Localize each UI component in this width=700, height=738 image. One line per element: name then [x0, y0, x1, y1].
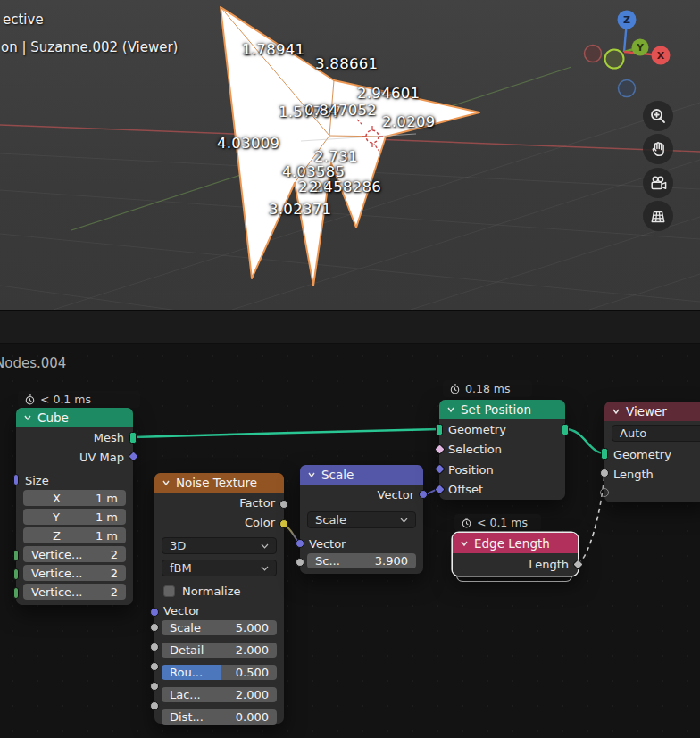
breadcrumb: Nodes.004 — [0, 355, 66, 371]
node-under-shadow — [456, 576, 572, 582]
socket-vertices-y-in[interactable] — [13, 568, 19, 580]
vector-math-operation-dropdown[interactable]: Scale — [307, 511, 416, 528]
node-setposition-header[interactable]: Set Position — [439, 400, 565, 419]
socket-roughness-in[interactable] — [150, 662, 159, 671]
zoom-button[interactable] — [643, 101, 673, 131]
dimensions-dropdown[interactable]: 3D — [162, 537, 277, 554]
normalize-checkbox[interactable] — [163, 585, 175, 597]
socket-distortion-in[interactable] — [150, 701, 159, 710]
socket-lacunarity-in[interactable] — [150, 682, 159, 691]
socket-factor-out[interactable] — [279, 500, 288, 509]
output-uvmap-label: UV Map — [79, 451, 124, 464]
noise-scale-field[interactable]: Scale5.000 — [162, 620, 277, 635]
cube-timer-badge: < 0.1 ms — [18, 391, 140, 408]
node-title: Noise Texture — [176, 476, 257, 490]
viewport-object-label: on | Suzanne.002 (Viewer) — [1, 39, 178, 55]
socket-scale-in[interactable] — [296, 558, 304, 567]
gizmo-neg-x[interactable] — [585, 46, 602, 62]
size-z-field[interactable]: Z1 m — [23, 527, 126, 543]
node-editor-header: Geometry Nodes.004 — [0, 310, 700, 344]
socket-vector-in[interactable] — [150, 608, 159, 617]
node-title: Cube — [38, 410, 69, 425]
socket-vertices-z-in[interactable] — [13, 587, 19, 599]
size-label: Size — [25, 474, 49, 487]
node-edge-length[interactable]: Edge Length Length — [453, 533, 578, 576]
vector-input-label: Vector — [309, 537, 346, 551]
node-scale-header[interactable]: Scale — [300, 465, 423, 485]
collapse-chevron-icon — [307, 470, 316, 479]
size-y-field[interactable]: Y1 m — [23, 509, 126, 525]
collapse-chevron-icon — [612, 407, 621, 416]
wire-edgelength-to-viewer — [578, 474, 604, 564]
node-vector-math-scale[interactable]: Scale Vector Scale Vector Sc...3.900 — [300, 465, 423, 574]
gizmo-neg-y[interactable] — [605, 50, 624, 69]
noise-type-dropdown[interactable]: fBM — [162, 560, 277, 576]
mesh-object[interactable] — [221, 7, 479, 286]
collapse-chevron-icon — [446, 405, 455, 414]
navigation-gizmo[interactable]: Z Y X — [580, 4, 673, 104]
node-viewer[interactable]: Viewer Auto Geometry Length — [604, 402, 700, 502]
gizmo-neg-z[interactable] — [619, 80, 636, 97]
wire-setposition-to-viewer — [565, 429, 604, 453]
pan-button[interactable] — [643, 134, 673, 164]
node-cube-header[interactable]: Cube — [16, 408, 133, 427]
node-set-position[interactable]: Set Position Geometry Selection Position… — [439, 400, 565, 500]
length-row-label: Length — [613, 468, 654, 481]
noise-distortion-field[interactable]: Dist...0.000 — [162, 709, 277, 725]
geometry-row-label: Geometry — [613, 448, 671, 461]
noise-roughness-field[interactable]: Rou...0.500 — [162, 665, 277, 680]
socket-vertices-x-in[interactable] — [13, 550, 19, 561]
node-cube[interactable]: Cube Mesh UV Map Size X1 m Y1 m Z1 m Ver… — [16, 408, 133, 605]
socket-size-in[interactable] — [13, 474, 19, 485]
socket-vector-out[interactable] — [419, 490, 428, 499]
stopwatch-icon — [462, 518, 471, 528]
vertices-y-field[interactable]: Vertice...2 — [23, 565, 126, 581]
socket-geometry-out[interactable] — [562, 424, 569, 435]
cube-timer-text: < 0.1 ms — [40, 393, 91, 406]
normalize-label: Normalize — [182, 585, 240, 598]
node-noise-texture[interactable]: Noise Texture Factor Color 3D fBM Normal… — [154, 473, 284, 724]
socket-color-out[interactable] — [279, 519, 288, 528]
vertices-x-field[interactable]: Vertice...2 — [23, 546, 126, 562]
camera-view-button[interactable] — [643, 168, 673, 198]
gizmo-x-label: X — [657, 50, 665, 62]
socket-length-in[interactable] — [600, 469, 609, 477]
viewer-domain-dropdown[interactable]: Auto — [612, 425, 700, 442]
node-viewer-header[interactable]: Viewer — [604, 402, 700, 421]
socket-geometry-in[interactable] — [601, 448, 608, 460]
vertices-z-field[interactable]: Vertice...2 — [23, 584, 126, 600]
hand-icon — [648, 139, 668, 159]
setposition-timer-badge: 0.18 ms — [443, 380, 532, 397]
socket-detail-in[interactable] — [150, 643, 159, 651]
toggle-ortho-button[interactable] — [643, 201, 673, 231]
socket-vector-in[interactable] — [296, 539, 304, 548]
collapse-chevron-icon — [23, 413, 32, 422]
magnifier-plus-icon — [648, 106, 668, 126]
output-mesh-label: Mesh — [94, 431, 124, 444]
blender-window: ective on | Suzanne.002 (Viewer) 1.78941… — [0, 0, 700, 738]
output-vector-label: Vector — [378, 488, 414, 502]
stopwatch-icon — [450, 384, 460, 394]
noise-detail-field[interactable]: Detail2.000 — [162, 643, 277, 658]
node-title: Set Position — [461, 402, 531, 417]
offset-row-label: Offset — [448, 483, 483, 496]
output-color-label: Color — [245, 516, 275, 529]
setposition-timer-text: 0.18 ms — [465, 382, 511, 395]
size-x-field[interactable]: X1 m — [23, 490, 126, 506]
collapse-chevron-icon — [162, 478, 171, 487]
viewport-3d[interactable]: ective on | Suzanne.002 (Viewer) 1.78941… — [0, 0, 700, 310]
socket-extend-in[interactable] — [600, 488, 609, 497]
output-length-label: Length — [529, 558, 569, 571]
node-edgelength-header[interactable]: Edge Length — [453, 533, 578, 553]
node-canvas[interactable]: Nodes.004 < 0.1 ms — [0, 344, 700, 738]
node-title: Edge Length — [474, 536, 550, 551]
socket-geometry-in[interactable] — [436, 424, 443, 435]
node-noise-header[interactable]: Noise Texture — [154, 473, 284, 493]
edgelength-timer-badge: < 0.1 ms — [454, 514, 541, 531]
scale-value-field[interactable]: Sc...3.900 — [307, 553, 416, 568]
socket-scale-in[interactable] — [150, 623, 159, 632]
camera-icon — [648, 173, 668, 193]
noise-lacunarity-field[interactable]: Lac...2.000 — [162, 687, 277, 702]
socket-mesh-out[interactable] — [129, 432, 137, 444]
wire-mesh-to-geometry — [133, 429, 439, 437]
